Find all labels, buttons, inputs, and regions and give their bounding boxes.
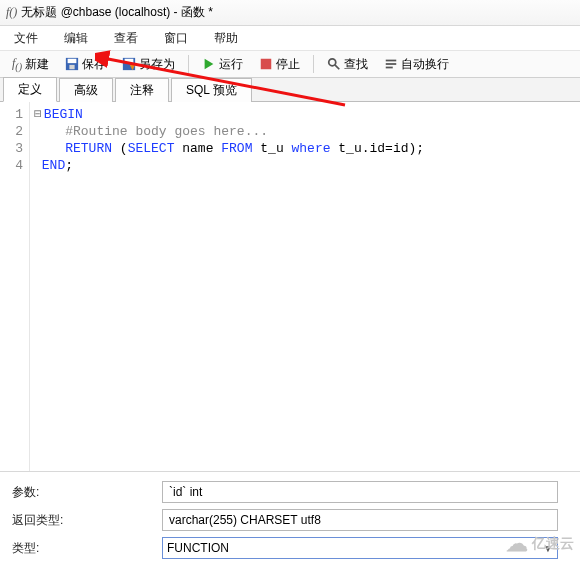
type-value: FUNCTION (167, 541, 229, 555)
params-input[interactable] (162, 481, 558, 503)
code-area[interactable]: ⊟BEGIN #Routine body goes here... RETURN… (30, 102, 430, 471)
tab-definition[interactable]: 定义 (3, 77, 57, 102)
return-type-input[interactable] (162, 509, 558, 531)
menu-window[interactable]: 窗口 (164, 30, 188, 47)
separator (188, 55, 189, 73)
wrap-label: 自动换行 (401, 56, 449, 73)
type-label: 类型: (12, 540, 162, 557)
find-button[interactable]: 查找 (321, 54, 374, 75)
params-label: 参数: (12, 484, 162, 501)
save-button[interactable]: 保存 (59, 54, 112, 75)
find-label: 查找 (344, 56, 368, 73)
saveas-label: 另存为 (139, 56, 175, 73)
separator (313, 55, 314, 73)
watermark: ☁ 亿速云 (506, 531, 574, 557)
play-icon (202, 57, 216, 71)
stop-button[interactable]: 停止 (253, 54, 306, 75)
svg-rect-2 (69, 65, 74, 69)
tab-comment[interactable]: 注释 (115, 78, 169, 102)
run-button[interactable]: 运行 (196, 54, 249, 75)
svg-rect-5 (261, 59, 272, 70)
type-select[interactable]: FUNCTION ▼ (162, 537, 558, 559)
run-label: 运行 (219, 56, 243, 73)
cloud-icon: ☁ (506, 531, 528, 557)
code-editor[interactable]: 1234 ⊟BEGIN #Routine body goes here... R… (0, 102, 580, 472)
new-label: 新建 (25, 56, 49, 73)
menu-edit[interactable]: 编辑 (64, 30, 88, 47)
svg-rect-4 (125, 59, 134, 63)
stop-icon (259, 57, 273, 71)
menu-help[interactable]: 帮助 (214, 30, 238, 47)
save-label: 保存 (82, 56, 106, 73)
menu-bar: 文件 编辑 查看 窗口 帮助 (0, 26, 580, 50)
new-button[interactable]: f() 新建 (6, 54, 55, 75)
properties-panel: 参数: 返回类型: 类型: FUNCTION ▼ (0, 472, 580, 563)
tab-sql-preview[interactable]: SQL 预览 (171, 78, 252, 102)
svg-point-6 (329, 59, 336, 66)
fx-icon: f() (12, 56, 22, 72)
tab-bar: 定义 高级 注释 SQL 预览 (0, 78, 580, 102)
title-bar: f() 无标题 @chbase (localhost) - 函数 * (0, 0, 580, 26)
saveas-icon (122, 57, 136, 71)
window-title: 无标题 @chbase (localhost) - 函数 * (21, 4, 213, 21)
line-gutter: 1234 (0, 102, 30, 471)
svg-rect-1 (68, 59, 77, 63)
saveas-button[interactable]: 另存为 (116, 54, 181, 75)
tab-advanced[interactable]: 高级 (59, 78, 113, 102)
menu-view[interactable]: 查看 (114, 30, 138, 47)
stop-label: 停止 (276, 56, 300, 73)
wrap-button[interactable]: 自动换行 (378, 54, 455, 75)
wrap-icon (384, 57, 398, 71)
svg-line-7 (335, 65, 339, 69)
toolbar: f() 新建 保存 另存为 运行 停止 查找 自动换行 (0, 50, 580, 78)
search-icon (327, 57, 341, 71)
menu-file[interactable]: 文件 (14, 30, 38, 47)
return-type-label: 返回类型: (12, 512, 162, 529)
save-icon (65, 57, 79, 71)
fx-icon: f() (6, 5, 17, 20)
